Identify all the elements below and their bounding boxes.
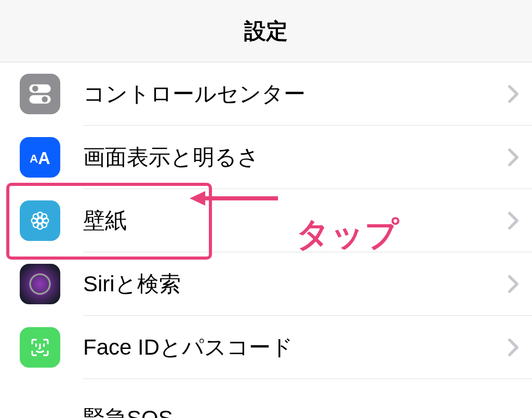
- row-label: 壁紙: [83, 206, 127, 235]
- wallpaper-icon: [20, 200, 60, 241]
- row-label: 画面表示と明るさ: [83, 143, 259, 172]
- svg-text:A: A: [38, 149, 50, 167]
- row-siri-search[interactable]: Siriと検索: [83, 252, 532, 316]
- chevron-right-icon: [508, 275, 519, 293]
- display-brightness-icon: A A: [20, 137, 60, 178]
- svg-point-1: [32, 85, 38, 91]
- svg-point-17: [27, 271, 52, 296]
- row-label: Siriと検索: [83, 269, 181, 299]
- row-control-center[interactable]: コントロールセンター: [83, 62, 532, 126]
- siri-icon: [20, 264, 60, 304]
- row-label: コントロールセンター: [83, 79, 305, 109]
- control-center-icon: [20, 74, 60, 114]
- page-title: 設定: [244, 17, 288, 46]
- row-display-brightness[interactable]: A A 画面表示と明るさ: [83, 126, 532, 189]
- settings-list: コントロールセンター A A 画面表示と明るさ: [0, 62, 532, 418]
- row-label: 緊急SOS: [83, 404, 173, 418]
- chevron-right-icon: [508, 85, 519, 103]
- row-emergency-sos[interactable]: SOS 緊急SOS: [83, 379, 532, 418]
- svg-point-3: [42, 96, 48, 102]
- row-face-id-passcode[interactable]: Face IDとパスコード: [83, 316, 532, 379]
- chevron-right-icon: [508, 148, 519, 167]
- chevron-right-icon: [508, 338, 519, 357]
- row-wallpaper[interactable]: 壁紙: [83, 189, 532, 252]
- row-label: Face IDとパスコード: [83, 333, 293, 362]
- svg-point-6: [37, 218, 43, 223]
- chevron-right-icon: [508, 211, 519, 230]
- settings-header: 設定: [0, 0, 532, 62]
- svg-text:A: A: [30, 152, 38, 165]
- face-id-icon: [20, 327, 60, 368]
